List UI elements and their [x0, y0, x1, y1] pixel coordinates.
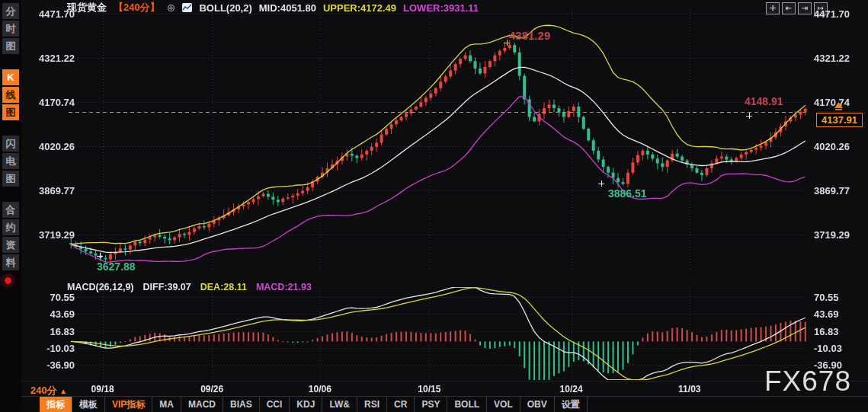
- tab-char: 料: [2, 254, 19, 270]
- add-indicator-icon[interactable]: ⊕: [167, 2, 176, 13]
- sidebar-tab-kline-chart[interactable]: K线图: [2, 69, 19, 120]
- annotation-peak-price: 4381.29: [509, 29, 550, 42]
- toolbar-button-ma[interactable]: MA: [152, 397, 181, 412]
- annotation-recent-high: 4148.91: [745, 95, 783, 107]
- macd-tick-left: -10.03: [23, 343, 75, 354]
- tab-char: 合: [2, 202, 19, 218]
- date-label: 10/06: [309, 384, 332, 394]
- date-label: 11/03: [678, 384, 700, 394]
- toolbar-button-bias[interactable]: BIAS: [223, 397, 260, 412]
- y-tick-right: 4020.26: [814, 141, 850, 152]
- tab-char: 线: [2, 87, 19, 103]
- y-tick-left: 3869.77: [23, 185, 75, 196]
- date-label: 09/18: [91, 384, 114, 394]
- macd-tick-left: 70.55: [23, 292, 75, 303]
- y-tick-right: 4321.22: [814, 53, 850, 64]
- toolbar-button-cr[interactable]: CR: [387, 397, 415, 412]
- macd-tick-right: 16.83: [814, 326, 839, 337]
- toolbar-button-template[interactable]: 模板: [72, 397, 105, 412]
- toolbar-button-obv[interactable]: OBV: [520, 397, 555, 412]
- toolbar-button-macd[interactable]: MACD: [181, 397, 223, 412]
- tab-char: 图: [2, 104, 19, 120]
- y-tick-right: 3719.29: [814, 229, 850, 241]
- macd-header: MACD(26,12,9) DIFF:39.07 DEA:28.11 MACD:…: [67, 282, 312, 292]
- indicator-toolbar: 指标 模板 VIP指标 MA MACD BIAS CCI KDJ LW& RSI…: [21, 396, 868, 412]
- toolbar-button-kdj[interactable]: KDJ: [290, 397, 322, 412]
- macd-diff-value: DIFF:39.07: [143, 282, 191, 292]
- macd-tick-right: 43.69: [814, 308, 839, 320]
- tab-char: 分: [2, 3, 19, 19]
- toolbar-button-boll[interactable]: BOLL: [447, 397, 487, 412]
- toolbar-button-lw[interactable]: LW&: [322, 397, 357, 412]
- boll-params: BOLL(20,2): [199, 2, 251, 14]
- date-label: 09/26: [200, 384, 223, 394]
- tab-char: 资: [2, 237, 19, 253]
- current-price-tag: 4137.91: [816, 113, 863, 127]
- y-tick-left: 4020.26: [23, 141, 75, 152]
- boll-mid-value: MID:4051.80: [259, 2, 316, 14]
- tab-char: 闪: [2, 136, 19, 152]
- y-tick-right: 3869.77: [814, 185, 850, 196]
- watermark: FX678: [764, 366, 851, 398]
- y-tick-left: 4471.70: [23, 8, 75, 20]
- tab-char: 图: [2, 171, 19, 187]
- y-tick-right: 4471.70: [814, 8, 850, 20]
- compress-right-icon[interactable]: ⇥: [798, 2, 812, 14]
- boll-lower-value: LOWER:3931.11: [403, 2, 479, 14]
- toolbar-button-psy[interactable]: PSY: [415, 397, 447, 412]
- tab-char: 图: [2, 38, 19, 54]
- y-tick-right: 4170.74: [814, 97, 850, 108]
- date-label: 10/15: [418, 384, 440, 394]
- annotation-swing-low: 3886.51: [608, 187, 647, 200]
- macd-tick-right: 70.55: [814, 292, 839, 303]
- sidebar: 分时图 K线图 闪电图 合约资料: [0, 0, 21, 412]
- chart-canvas[interactable]: [0, 0, 868, 412]
- y-tick-left: 4170.74: [23, 97, 75, 108]
- macd-params: MACD(26,12,9): [67, 282, 134, 292]
- chart-thumbnail-icon: [182, 3, 192, 12]
- macd-dea-value: DEA:28.11: [200, 282, 247, 292]
- toolbar-button-rsi[interactable]: RSI: [357, 397, 387, 412]
- y-tick-left: 4321.22: [23, 53, 75, 64]
- pan-crosshair-icon[interactable]: ✛: [766, 2, 780, 14]
- compress-left-icon[interactable]: ⇤: [782, 2, 796, 14]
- x-axis: 240分 ▲ 09/18 09/26 10/06 10/15 10/24 11/…: [21, 381, 868, 397]
- chevron-up-icon: ▲: [59, 387, 67, 395]
- sidebar-tab-lightning-chart[interactable]: 闪电图: [2, 136, 19, 187]
- macd-macd-value: MACD:21.93: [256, 282, 312, 292]
- tab-char: K: [2, 69, 19, 85]
- macd-tick-left: 16.83: [23, 326, 75, 337]
- annotation-left-low: 3627.88: [97, 260, 136, 273]
- tab-char: 电: [2, 153, 19, 169]
- macd-tick-left: -36.90: [23, 359, 75, 371]
- tab-char: 时: [2, 21, 19, 37]
- toolbar-button-settings[interactable]: 设置: [555, 397, 588, 412]
- period-label: 【240分】: [114, 1, 160, 14]
- macd-tick-left: 43.69: [23, 308, 75, 320]
- y-tick-left: 3719.29: [23, 229, 75, 241]
- toolbar-button-indicator[interactable]: 指标: [40, 397, 72, 412]
- sidebar-tab-time-chart[interactable]: 分时图: [2, 3, 19, 54]
- toolbar-button-vip-indicator[interactable]: VIP指标: [105, 397, 152, 412]
- toolbar-button-vol[interactable]: VOL: [487, 397, 520, 412]
- chart-header: 现货黄金 【240分】 ⊕ BOLL(20,2) MID:4051.80 UPP…: [67, 1, 479, 14]
- live-alert-dot-icon: [5, 277, 11, 284]
- price-alert-icon[interactable]: [834, 102, 844, 110]
- macd-tick-right: -10.03: [814, 343, 842, 354]
- date-label: 10/24: [560, 384, 583, 394]
- tab-char: 约: [2, 219, 19, 235]
- boll-upper-value: UPPER:4172.49: [323, 2, 396, 14]
- sidebar-tab-contract-info[interactable]: 合约资料: [2, 202, 19, 270]
- period-value: 240分: [30, 385, 57, 396]
- toolbar-button-cci[interactable]: CCI: [260, 397, 290, 412]
